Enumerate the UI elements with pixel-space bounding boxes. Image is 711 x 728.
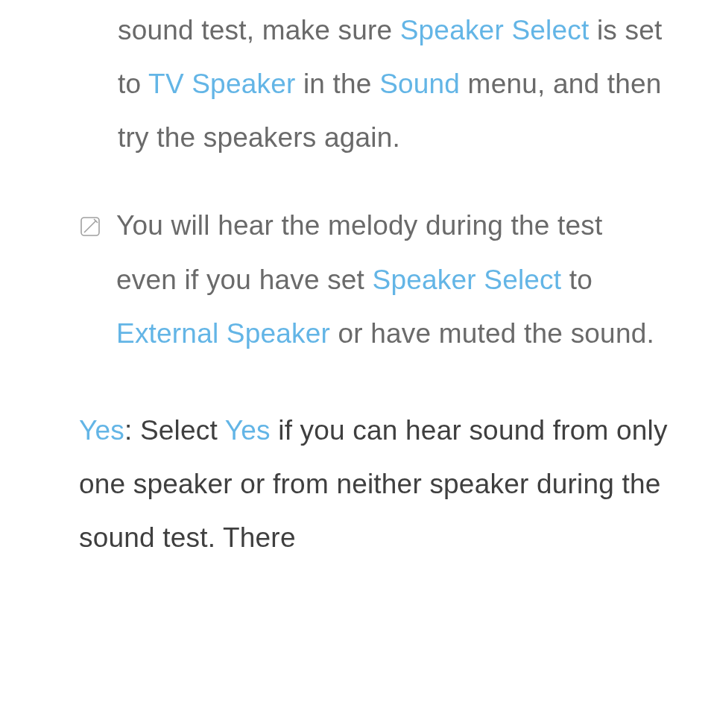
note-icon bbox=[79, 215, 101, 238]
note-text: You will hear the melody during the test… bbox=[116, 199, 666, 360]
text-fragment: in the bbox=[295, 69, 379, 99]
term-external-speaker: External Speaker bbox=[116, 318, 330, 349]
term-speaker-select: Speaker Select bbox=[373, 265, 562, 295]
term-yes: Yes bbox=[225, 415, 271, 446]
paragraph-yes-option: Yes: Select Yes if you can hear sound fr… bbox=[0, 404, 711, 565]
term-sound: Sound bbox=[379, 69, 460, 99]
term-yes: Yes bbox=[79, 415, 124, 446]
term-tv-speaker: TV Speaker bbox=[148, 69, 295, 99]
text-fragment: sound test, make sure bbox=[118, 15, 400, 45]
note-block: You will hear the melody during the test… bbox=[0, 199, 711, 360]
text-fragment: to bbox=[561, 265, 592, 295]
manual-page: sound test, make sure Speaker Select is … bbox=[0, 0, 711, 565]
text-fragment: : Select bbox=[124, 415, 225, 446]
text-fragment: or have muted the sound. bbox=[330, 318, 654, 349]
paragraph-speaker-select-note: sound test, make sure Speaker Select is … bbox=[0, 0, 711, 165]
term-speaker-select: Speaker Select bbox=[400, 15, 590, 45]
